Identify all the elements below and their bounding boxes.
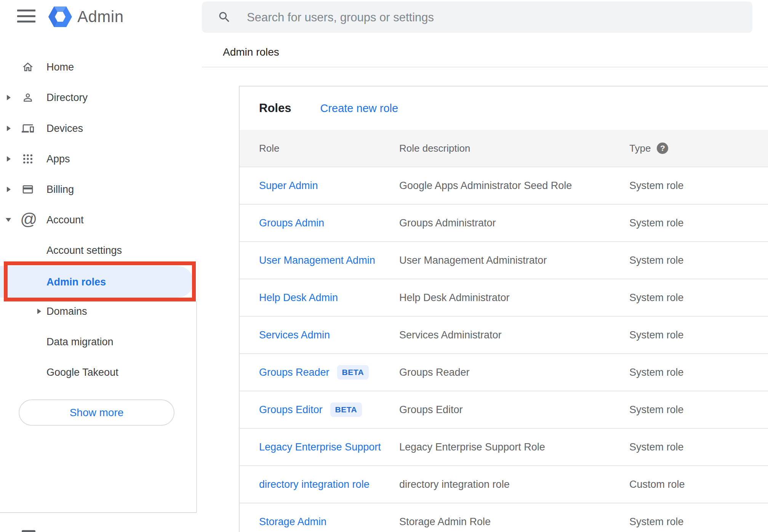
table-row: Storage AdminStorage Admin RoleSystem ro… (240, 503, 768, 532)
role-link[interactable]: directory integration role (259, 479, 370, 490)
role-description: Groups Editor (399, 404, 629, 416)
chevron-right-icon[interactable] (7, 156, 11, 162)
sidebar-item-billing[interactable]: Billing (0, 174, 197, 205)
role-link[interactable]: Groups Editor (259, 404, 323, 416)
devices-icon (22, 122, 34, 135)
sidebar-border (196, 301, 197, 513)
show-more-button[interactable]: Show more (19, 399, 174, 426)
chevron-right-icon[interactable] (37, 309, 41, 314)
sidebar-item-devices[interactable]: Devices (0, 113, 197, 144)
table-row: Groups ReaderBETAGroups ReaderSystem rol… (240, 354, 768, 391)
sidebar-item-label: Billing (46, 184, 74, 195)
search-input[interactable] (246, 2, 743, 34)
role-description: directory integration role (399, 479, 629, 490)
chevron-down-icon[interactable] (6, 218, 11, 222)
role-type: System role (629, 404, 768, 416)
sidebar-item-label: Account settings (46, 245, 122, 256)
role-type: System role (629, 217, 768, 229)
role-link[interactable]: Storage Admin (259, 516, 326, 528)
role-type: System role (629, 367, 768, 378)
role-description: Help Desk Administrator (399, 292, 629, 304)
sidebar-item-google-takeout[interactable]: Google Takeout (0, 357, 197, 388)
sidebar-item-apps[interactable]: Apps (0, 144, 197, 174)
sidebar-item-label: Devices (46, 123, 83, 135)
breadcrumb: Admin roles (223, 46, 279, 58)
chevron-right-icon[interactable] (7, 187, 11, 192)
role-type: System role (629, 180, 768, 192)
sidebar-item-label: Apps (46, 153, 70, 165)
account-icon: @ (20, 210, 37, 229)
role-description: Services Administrator (399, 329, 629, 341)
table-row: Groups AdminGroups AdministratorSystem r… (240, 205, 768, 242)
beta-badge: BETA (330, 402, 362, 417)
role-type: System role (629, 255, 768, 266)
sidebar-item-label: Admin roles (46, 276, 106, 288)
role-link[interactable]: Services Admin (259, 329, 330, 341)
table-row: Super AdminGoogle Apps Administrator See… (240, 167, 768, 205)
admin-console-screen: Admin HomeDirectoryDevicesAppsBilling@Ac… (0, 0, 768, 532)
apps-icon (22, 153, 34, 165)
sidebar-item-data-migration[interactable]: Data migration (0, 327, 197, 357)
breadcrumb-divider (202, 67, 768, 67)
sidebar-item-label: Data migration (46, 336, 114, 348)
home-icon (22, 61, 34, 73)
role-description: Legacy Enterprise Support Role (399, 441, 629, 453)
roles-card-title: Roles (259, 101, 291, 115)
table-row: User Management AdminUser Management Adm… (240, 242, 768, 279)
admin-logo-icon (48, 6, 72, 27)
role-link[interactable]: Legacy Enterprise Support (259, 441, 381, 453)
sidebar-item-domains[interactable]: Domains (0, 296, 197, 327)
roles-table-body: Super AdminGoogle Apps Administrator See… (240, 167, 768, 532)
sidebar-item-label: Account (46, 214, 84, 226)
table-header-row: Role Role description Type ? (240, 130, 768, 167)
table-row: Services AdminServices AdministratorSyst… (240, 317, 768, 354)
admin-logo-text: Admin (77, 8, 124, 26)
table-row: Legacy Enterprise SupportLegacy Enterpri… (240, 429, 768, 466)
sidebar-item-label: Google Takeout (46, 367, 118, 378)
role-description: Storage Admin Role (399, 516, 629, 528)
help-icon[interactable]: ? (657, 143, 668, 154)
sidebar-item-account[interactable]: @Account (0, 205, 197, 235)
role-type: Custom role (629, 479, 768, 490)
partial-bottom-icon (22, 530, 35, 532)
sidebar: Admin HomeDirectoryDevicesAppsBilling@Ac… (0, 0, 197, 532)
directory-icon (22, 91, 34, 104)
role-description: Google Apps Administrator Seed Role (399, 180, 629, 192)
role-type: System role (629, 516, 768, 528)
column-header-role: Role (240, 143, 399, 154)
admin-logo: Admin (48, 6, 124, 28)
role-link[interactable]: Groups Admin (259, 217, 324, 229)
menu-icon[interactable] (17, 10, 35, 22)
chevron-right-icon[interactable] (7, 95, 11, 100)
role-type: System role (629, 329, 768, 341)
sidebar-item-label: Domains (46, 306, 87, 317)
role-description: Groups Administrator (399, 217, 629, 229)
table-row: Help Desk AdminHelp Desk AdministratorSy… (240, 279, 768, 317)
sidebar-item-account-settings[interactable]: Account settings (0, 235, 197, 266)
sidebar-item-home[interactable]: Home (0, 52, 197, 82)
roles-card: Roles Create new role Role Role descript… (239, 86, 768, 532)
billing-icon (22, 183, 34, 195)
roles-card-header: Roles Create new role (240, 87, 768, 130)
role-description: Groups Reader (399, 367, 629, 378)
column-header-description: Role description (399, 143, 629, 154)
role-type: System role (629, 292, 768, 304)
role-link[interactable]: Super Admin (259, 180, 318, 192)
search-icon (218, 10, 231, 24)
role-description: User Management Administrator (399, 255, 629, 266)
sidebar-item-label: Home (46, 61, 74, 73)
table-row: directory integration roledirectory inte… (240, 466, 768, 503)
role-link[interactable]: Groups Reader (259, 367, 330, 378)
role-link[interactable]: Help Desk Admin (259, 292, 338, 304)
beta-badge: BETA (337, 365, 369, 380)
table-row: Groups EditorBETAGroups EditorSystem rol… (240, 391, 768, 429)
role-type: System role (629, 441, 768, 453)
sidebar-item-directory[interactable]: Directory (0, 82, 197, 113)
create-new-role-link[interactable]: Create new role (320, 102, 398, 115)
sidebar-item-admin-roles[interactable]: Admin roles (0, 266, 194, 298)
role-link[interactable]: User Management Admin (259, 255, 375, 266)
sidebar-item-label: Directory (46, 92, 88, 104)
search-bar[interactable] (202, 2, 752, 33)
sidebar-bottom-divider (0, 512, 197, 513)
chevron-right-icon[interactable] (7, 126, 11, 131)
